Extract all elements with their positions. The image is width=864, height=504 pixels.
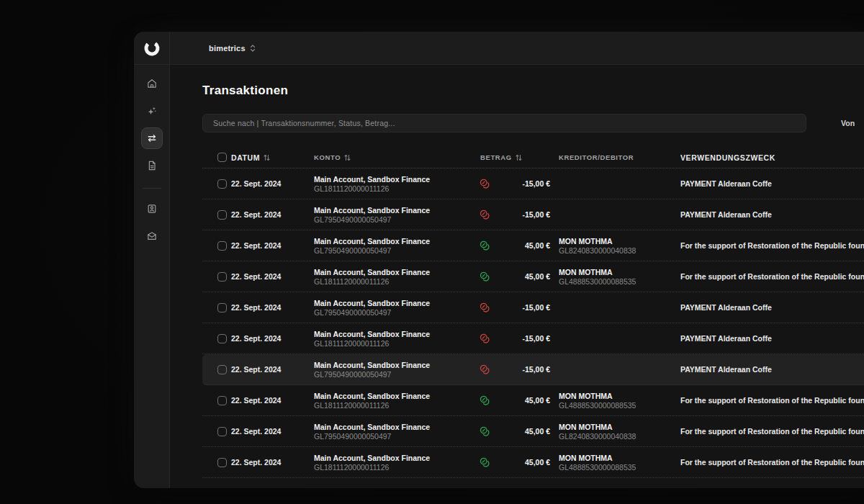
- search-placeholder: Suche nach | Transaktionsnummer, Status,…: [213, 119, 395, 127]
- row-checkbox[interactable]: [217, 396, 227, 405]
- column-header-verwendungszweck: VERWENDUNGSZWECK: [680, 153, 864, 162]
- account-number: GL1811120000011126: [314, 401, 476, 410]
- coins-icon: [480, 333, 490, 344]
- sidebar-item-mail[interactable]: [141, 225, 163, 247]
- sidebar-item-documents[interactable]: [141, 155, 163, 176]
- sidebar-item-insights[interactable]: [141, 100, 163, 122]
- coins-icon: [480, 426, 490, 437]
- sort-icon[interactable]: [516, 154, 522, 161]
- transaction-date: 22. Sept. 2024: [231, 303, 314, 312]
- coins-icon: [480, 179, 490, 189]
- transaction-amount: 45,00 €: [490, 241, 559, 250]
- row-checkbox[interactable]: [217, 210, 227, 220]
- row-checkbox[interactable]: [217, 241, 227, 251]
- column-header-betrag[interactable]: BETRAG: [476, 153, 559, 161]
- coins-icon: [480, 240, 490, 251]
- transaction-purpose: For the support of Restoration of the Re…: [680, 427, 864, 436]
- row-checkbox[interactable]: [217, 334, 227, 343]
- counterparty-number: GL4888530000088535: [559, 401, 680, 410]
- transaction-amount: -15,00 €: [490, 179, 559, 188]
- sidebar-nav: [141, 65, 163, 253]
- date-filter-von-label: Von: [841, 119, 855, 127]
- row-checkbox[interactable]: [217, 427, 227, 436]
- transaction-amount: 45,00 €: [490, 396, 559, 405]
- counterparty-name: MON MOTHMA: [559, 391, 680, 401]
- coins-icon: [480, 364, 490, 375]
- sidebar-item-home[interactable]: [141, 73, 163, 94]
- account-name: Main Account, Sandbox Finance: [314, 174, 476, 184]
- page-title: Transaktionen: [202, 84, 864, 98]
- table-row[interactable]: 22. Sept. 2024 Main Account, Sandbox Fin…: [202, 292, 864, 323]
- table-row[interactable]: 22. Sept. 2024 Main Account, Sandbox Fin…: [202, 354, 864, 385]
- table-header-row: DATUM KONTO BETRAG: [202, 147, 864, 168]
- table-row[interactable]: 22. Sept. 2024 Main Account, Sandbox Fin…: [202, 416, 864, 447]
- transaction-date: 22. Sept. 2024: [231, 179, 314, 188]
- sidebar-item-contacts[interactable]: [141, 198, 163, 220]
- table-row[interactable]: 22. Sept. 2024 Main Account, Sandbox Fin…: [202, 447, 864, 478]
- transfer-icon: [146, 132, 158, 144]
- account-name: Main Account, Sandbox Finance: [314, 453, 476, 463]
- account-number: GL7950490000050497: [314, 215, 476, 225]
- account-name: Main Account, Sandbox Finance: [314, 298, 476, 308]
- table-row[interactable]: 22. Sept. 2024 Main Account, Sandbox Fin…: [202, 261, 864, 292]
- transaction-amount: -15,00 €: [490, 210, 559, 219]
- account-number: GL1811120000011126: [314, 463, 476, 472]
- transaction-amount: 45,00 €: [490, 427, 559, 436]
- account-number: GL7950490000050497: [314, 432, 476, 441]
- transaction-date: 22. Sept. 2024: [231, 241, 314, 250]
- search-input[interactable]: Suche nach | Transaktionsnummer, Status,…: [202, 114, 806, 132]
- coins-icon: [480, 395, 490, 406]
- sort-icon[interactable]: [264, 154, 270, 161]
- account-name: Main Account, Sandbox Finance: [314, 360, 476, 370]
- transaction-amount: 45,00 €: [490, 458, 559, 467]
- counterparty-number: GL4888530000088535: [559, 277, 680, 287]
- column-header-konto[interactable]: KONTO: [314, 153, 476, 161]
- table-row[interactable]: 22. Sept. 2024 Main Account, Sandbox Fin…: [202, 230, 864, 261]
- sidebar-divider: [143, 188, 161, 189]
- transaction-purpose: For the support of Restoration of the Re…: [680, 241, 864, 250]
- select-all-checkbox[interactable]: [217, 153, 227, 162]
- workspace-switcher[interactable]: bimetrics: [209, 44, 256, 53]
- transaction-date: 22. Sept. 2024: [231, 396, 314, 405]
- main-area: bimetrics Transaktionen Suche nach | Tra…: [170, 32, 864, 488]
- transaction-amount: 45,00 €: [490, 272, 559, 281]
- sidebar: [134, 32, 170, 488]
- table-row[interactable]: 22. Sept. 2024 Main Account, Sandbox Fin…: [202, 168, 864, 199]
- transaction-purpose: For the support of Restoration of the Re…: [680, 272, 864, 281]
- transaction-purpose: PAYMENT Alderaan Coffe: [680, 210, 864, 219]
- column-header-datum[interactable]: DATUM: [231, 153, 314, 162]
- table-row[interactable]: 22. Sept. 2024 Main Account, Sandbox Fin…: [202, 199, 864, 230]
- counterparty-name: MON MOTHMA: [559, 422, 680, 432]
- app-window: bimetrics Transaktionen Suche nach | Tra…: [134, 32, 864, 488]
- transaction-purpose: PAYMENT Alderaan Coffe: [680, 303, 864, 312]
- sort-icon[interactable]: [344, 154, 351, 161]
- counterparty-number: GL4888530000088535: [559, 463, 680, 472]
- column-header-kreditor: KREDITOR/DEBITOR: [559, 153, 680, 161]
- app-logo[interactable]: [134, 32, 169, 65]
- account-name: Main Account, Sandbox Finance: [314, 236, 476, 246]
- envelope-icon: [146, 230, 158, 242]
- row-checkbox[interactable]: [217, 272, 227, 282]
- row-checkbox[interactable]: [217, 179, 227, 189]
- transaction-purpose: For the support of Restoration of the Re…: [680, 396, 864, 405]
- chevron-updown-icon: [250, 44, 256, 53]
- home-icon: [146, 78, 158, 89]
- table-row[interactable]: 22. Sept. 2024 Main Account, Sandbox Fin…: [202, 323, 864, 354]
- sidebar-item-transactions[interactable]: [141, 127, 163, 149]
- account-number: GL7950490000050497: [314, 246, 476, 256]
- transaction-amount: -15,00 €: [490, 334, 559, 343]
- row-checkbox[interactable]: [217, 458, 227, 467]
- transaction-purpose: PAYMENT Alderaan Coffe: [680, 334, 864, 343]
- transaction-purpose: PAYMENT Alderaan Coffe: [680, 365, 864, 374]
- table-row[interactable]: 22. Sept. 2024 Main Account, Sandbox Fin…: [202, 385, 864, 416]
- account-name: Main Account, Sandbox Finance: [314, 267, 476, 277]
- coins-icon: [480, 302, 490, 313]
- row-checkbox[interactable]: [217, 365, 227, 374]
- account-name: Main Account, Sandbox Finance: [314, 391, 476, 401]
- transaction-date: 22. Sept. 2024: [231, 272, 314, 281]
- row-checkbox[interactable]: [217, 303, 227, 312]
- transactions-table: DATUM KONTO BETRAG: [202, 147, 864, 478]
- transaction-purpose: For the support of Restoration of the Re…: [680, 458, 864, 467]
- counterparty-number: GL8240830000040838: [559, 432, 680, 441]
- content: Transaktionen Suche nach | Transaktionsn…: [170, 65, 864, 488]
